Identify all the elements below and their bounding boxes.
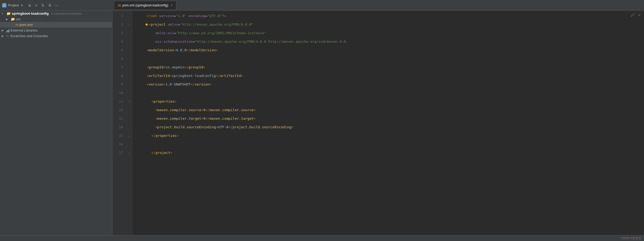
gutter-7 (126, 63, 133, 72)
title-bar-controls: ⊕ ≡ ⇅ ⚙ — (28, 3, 59, 7)
line-num-3: 3 (112, 29, 123, 37)
tab-close-button[interactable]: ✕ (170, 3, 173, 7)
gutter-15[interactable]: △ (126, 131, 133, 140)
gutter-area: ▽ ▽ △ △ (126, 11, 133, 235)
code-line-1: <?xml version="1.0" encoding="UTF-8"?> (138, 12, 644, 20)
gutter-3 (126, 29, 133, 37)
fold-properties-icon: ▽ (128, 100, 130, 103)
expand-ext-arrow: ▶ (2, 29, 5, 32)
code-line-8: <artifactId>springboot-loadconfig</artif… (138, 72, 644, 80)
sidebar-item-src[interactable]: ▶ 📁 src (0, 16, 112, 22)
gutter-8 (126, 72, 133, 80)
line-num-11: 11 (112, 97, 123, 106)
tab-label: pom.xml (springboot-loadconfig) (123, 3, 168, 7)
sidebar-item-pom[interactable]: m pom.xml (0, 22, 112, 28)
line8-code: <artifactId>springboot-loadconfig</artif… (147, 72, 243, 80)
sort-icon[interactable]: ⇅ (41, 3, 44, 7)
line14-code: <project.build.sourceEncoding>UTF-8</pro… (155, 123, 294, 131)
code-line-5: <modelVersion>4.0.0</modelVersion> (138, 46, 644, 55)
gutter-5 (126, 46, 133, 55)
code-line-6 (138, 55, 644, 63)
gutter-14 (126, 123, 133, 131)
titlebar-dropdown[interactable]: ▼ (20, 4, 23, 7)
root-label: springboot-loadconfig (12, 11, 49, 15)
code-line-7: <groupId>cn.aopmin</groupId> (138, 63, 644, 72)
pom-xml-tab[interactable]: m pom.xml (springboot-loadconfig) ✕ (115, 1, 176, 9)
title-bar: P Project ▼ ⊕ ≡ ⇅ ⚙ — m pom.xml (springb… (0, 0, 644, 11)
line-num-13: 13 (112, 114, 123, 123)
line12-code: <maven.compiler.source>8</maven.compiler… (155, 106, 256, 114)
code-line-9: <version>1.0-SNAPSHOT</version> (138, 80, 644, 89)
title-bar-left: P Project ▼ ⊕ ≡ ⇅ ⚙ — (2, 3, 115, 7)
editor-content[interactable]: <?xml version="1.0" encoding="UTF-8"?> <… (133, 11, 644, 235)
gutter-4 (126, 37, 133, 46)
line-numbers: 1 2 3 4 5 6 7 8 9 10 11 12 13 14 15 16 1… (112, 11, 126, 235)
tab-bar: m pom.xml (springboot-loadconfig) ✕ (115, 1, 642, 9)
expand-root-arrow: ▾ (2, 12, 5, 15)
code-line-2: <project xmlns="http://maven.apache.org/… (138, 20, 644, 29)
titlebar-title: Project (8, 3, 19, 7)
code-line-15: </properties> (138, 131, 644, 140)
editor-area: 🖊 ✓ 1 2 3 4 5 6 7 8 9 10 11 12 13 14 15 … (112, 11, 644, 235)
fold-close-properties-icon: △ (128, 134, 130, 138)
gutter-9 (126, 80, 133, 89)
project-sidebar: ▾ 📁 springboot-loadconfig C:\Users\lenov… (0, 11, 112, 235)
line-num-14: 14 (112, 123, 123, 131)
project-icon: P (2, 3, 6, 7)
expand-scratches-arrow: ▶ (2, 34, 5, 37)
code-line-4: xsi:schemaLocation="http://maven.apache.… (138, 37, 644, 46)
line4-code: xsi:schemaLocation="http://maven.apache.… (155, 37, 348, 46)
line17-code: </project> (151, 149, 172, 157)
settings-icon[interactable]: ⚙ (48, 3, 52, 7)
fold-close-project-icon: △ (128, 151, 130, 155)
line13-code: <maven.compiler.target>8</maven.compiler… (155, 114, 256, 123)
minimize-icon[interactable]: — (55, 3, 59, 7)
code-line-12: <maven.compiler.source>8</maven.compiler… (138, 106, 644, 114)
sidebar-item-scratches[interactable]: ▶ ✏ Scratches and Consoles (0, 33, 112, 39)
scratches-label: Scratches and Consoles (10, 34, 48, 38)
line-num-1: 1 (112, 12, 123, 20)
pom-label: pom.xml (20, 23, 33, 27)
sidebar-item-ext-lib[interactable]: ▶ External Libraries (0, 28, 112, 33)
code-line-16 (138, 140, 644, 149)
code-line-13: <maven.compiler.target>8</maven.compiler… (138, 114, 644, 123)
gutter-12 (126, 106, 133, 114)
scratches-icon: ✏ (6, 34, 9, 38)
maven-file-icon: m (118, 3, 121, 7)
code-line-3: xmlns:xsi="http://www.w3.org/2001/XMLSch… (138, 29, 644, 37)
line-num-12: 12 (112, 106, 123, 114)
pom-file-icon: m (16, 23, 18, 27)
expand-src-arrow: ▶ (6, 18, 10, 21)
line-num-2: 2 (112, 20, 123, 29)
fold-project-icon: ▽ (128, 23, 130, 26)
line5-code: <modelVersion>4.0.0</modelVersion> (147, 46, 218, 55)
gutter-11[interactable]: ▽ (126, 97, 133, 106)
line1-code: <?xml version="1.0" encoding="UTF-8"?> (147, 12, 226, 20)
line11-code: <properties> (151, 97, 177, 106)
line3-code: xmlns:xsi="http://www.w3.org/2001/XMLSch… (155, 29, 266, 37)
libraries-icon (6, 29, 9, 32)
add-icon[interactable]: ⊕ (28, 3, 31, 7)
line9-code: <version>1.0-SNAPSHOT</version> (147, 80, 212, 89)
status-bar: CDSN ©自互互 (0, 235, 644, 241)
gutter-6 (126, 55, 133, 63)
code-line-10 (138, 89, 644, 97)
code-line-11: <properties> (138, 97, 644, 106)
gutter-1 (126, 12, 133, 20)
src-folder-icon: 📁 (11, 17, 15, 21)
line2-code: <project xmlns="http://maven.apache.org/… (149, 20, 253, 29)
line-num-8: 8 (112, 72, 123, 80)
line-num-7: 7 (112, 63, 123, 72)
gutter-17[interactable]: △ (126, 149, 133, 157)
ext-lib-label: External Libraries (10, 28, 37, 32)
status-text: CDSN ©自互互 (621, 236, 641, 240)
line-num-9: 9 (112, 80, 123, 89)
gutter-16 (126, 140, 133, 149)
list-icon[interactable]: ≡ (35, 3, 37, 7)
line-num-5: 5 (112, 46, 123, 55)
gutter-2[interactable]: ▽ (126, 20, 133, 29)
fold-dot-2 (146, 24, 148, 26)
code-line-14: <project.build.sourceEncoding>UTF-8</pro… (138, 123, 644, 131)
src-label: src (16, 17, 21, 21)
sidebar-item-root[interactable]: ▾ 📁 springboot-loadconfig C:\Users\lenov… (0, 11, 112, 16)
